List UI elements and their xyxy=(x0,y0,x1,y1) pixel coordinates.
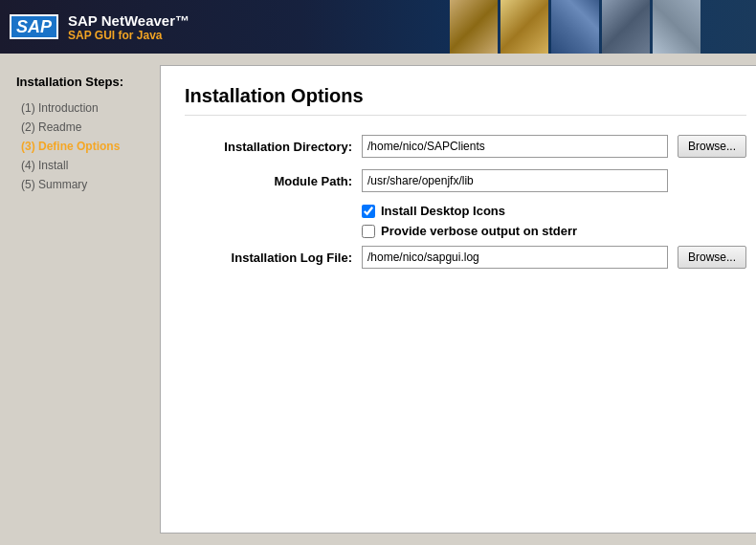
log-file-label: Installation Log File: xyxy=(185,251,352,265)
deco-strip-4 xyxy=(602,0,650,54)
content-area: Installation Options Installation Direct… xyxy=(160,65,756,534)
verbose-output-row: Provide verbose output on stderr xyxy=(362,224,746,238)
module-path-row: Module Path: xyxy=(185,169,746,192)
app-header: SAP SAP NetWeaver™ SAP GUI for Java xyxy=(0,0,756,54)
sidebar-item-intro[interactable]: (1) Introduction xyxy=(16,98,155,118)
sap-logo: SAP xyxy=(10,14,58,39)
logo-area: SAP SAP NetWeaver™ SAP GUI for Java xyxy=(10,12,189,42)
page-title: Installation Options xyxy=(185,85,746,116)
log-file-input[interactable] xyxy=(362,246,668,269)
main-wrapper: Installation Steps: (1) Introduction (2)… xyxy=(0,54,756,545)
sidebar-title: Installation Steps: xyxy=(16,75,155,89)
module-path-label: Module Path: xyxy=(185,174,352,188)
app-title-sub: SAP GUI for Java xyxy=(68,29,189,42)
sidebar: Installation Steps: (1) Introduction (2)… xyxy=(11,65,160,534)
deco-strip-1 xyxy=(450,0,498,54)
install-dir-browse-button[interactable]: Browse... xyxy=(678,135,746,158)
sidebar-item-summary[interactable]: (5) Summary xyxy=(16,175,155,194)
install-dir-row: Installation Directory: Browse... xyxy=(185,135,746,158)
deco-strip-5 xyxy=(653,0,700,54)
install-dir-input[interactable] xyxy=(362,135,668,158)
module-path-input[interactable] xyxy=(362,169,668,192)
app-title-main: SAP NetWeaver™ xyxy=(68,12,189,29)
deco-strip-2 xyxy=(500,0,548,54)
install-dir-label: Installation Directory: xyxy=(185,140,352,154)
sidebar-item-readme[interactable]: (2) Readme xyxy=(16,118,155,137)
verbose-output-label: Provide verbose output on stderr xyxy=(381,224,577,238)
sidebar-item-define[interactable]: (3) Define Options xyxy=(16,137,155,156)
verbose-output-checkbox[interactable] xyxy=(362,225,375,238)
log-file-browse-button[interactable]: Browse... xyxy=(678,246,746,269)
deco-strip-3 xyxy=(551,0,599,54)
app-title: SAP NetWeaver™ SAP GUI for Java xyxy=(68,12,189,42)
header-decoration xyxy=(450,0,756,54)
desktop-icons-label: Install Desktop Icons xyxy=(381,204,505,218)
desktop-icons-row: Install Desktop Icons xyxy=(362,204,746,218)
sidebar-item-install[interactable]: (4) Install xyxy=(16,156,155,175)
log-file-row: Installation Log File: Browse... xyxy=(185,246,746,269)
checkbox-section: Install Desktop Icons Provide verbose ou… xyxy=(362,204,746,238)
desktop-icons-checkbox[interactable] xyxy=(362,205,375,218)
